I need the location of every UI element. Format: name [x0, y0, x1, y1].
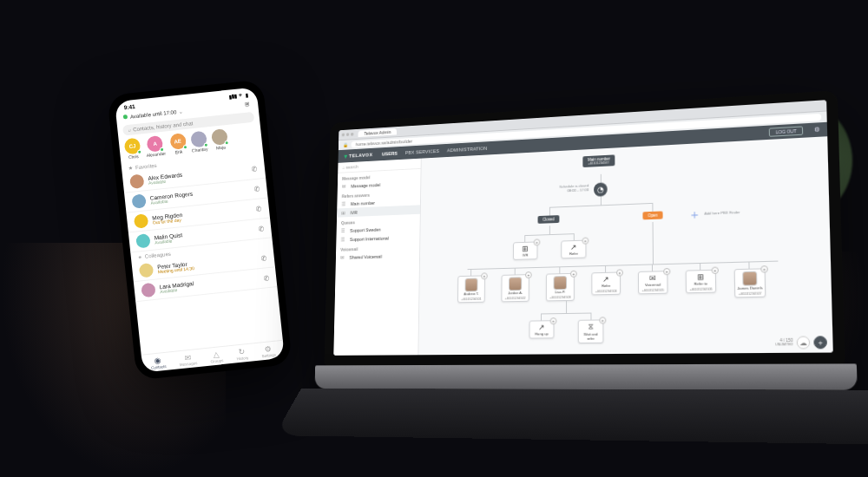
node-number: +46101234503 — [547, 296, 574, 301]
clock-label: 9:41 — [123, 103, 135, 110]
avatar — [211, 128, 228, 146]
presence-label: Available until 17:00 — [130, 109, 177, 120]
schedule-caption: Schedule is closed 08:00 – 17:00 — [529, 183, 589, 194]
node-icon: ↗ — [529, 323, 553, 331]
people-icon: ⚭ — [137, 253, 142, 259]
quick-contact[interactable]: A Alexander — [144, 135, 166, 158]
node-number: +46101234502 — [502, 297, 528, 302]
status-icons: ▮▮▮ᯤ▮ — [227, 91, 249, 99]
tab-history[interactable]: ↻History — [235, 348, 248, 361]
flow-node[interactable]: + ⧖ Wait and refer — [578, 319, 604, 343]
call-icon[interactable]: ✆ — [255, 205, 262, 213]
flow-node[interactable]: + ↗ Hang up — [529, 320, 555, 338]
flow-node[interactable]: + Andrew T. +46101234501 — [457, 275, 485, 303]
flow-node[interactable]: + ✉ Voicemail +46101234505 — [638, 271, 668, 294]
node-add-icon[interactable]: + — [481, 272, 488, 279]
sidebar-item-icon: ☰ — [341, 237, 347, 243]
closed-branch-chip[interactable]: Closed — [538, 215, 560, 224]
shield-icon[interactable]: ⛨ — [245, 101, 252, 108]
node-add-icon[interactable]: + — [525, 271, 532, 278]
laptop-device: Telavox Admin 🔒 home.telavox.se/admin/bu… — [323, 90, 847, 439]
battery-icon: ▮ — [246, 92, 249, 97]
logo-mark-icon: ▾ — [344, 153, 347, 160]
lock-icon: 🔒 — [343, 142, 348, 147]
call-icon[interactable]: ✆ — [258, 225, 265, 233]
tab-groups[interactable]: △Groups — [209, 350, 223, 363]
avatar — [131, 193, 147, 209]
tab-settings[interactable]: ⚙Settings — [260, 345, 276, 359]
node-add-icon[interactable]: + — [582, 238, 589, 245]
sidebar-item-icon: ☰ — [341, 201, 347, 207]
quick-contact[interactable]: CJ Chris — [124, 138, 141, 160]
sidebar-item[interactable]: ✉ Shared Voicemail — [336, 251, 419, 262]
node-number: +46101234501 — [458, 297, 484, 302]
call-icon[interactable]: ✆ — [260, 254, 267, 263]
add-button[interactable]: ＋ — [813, 336, 827, 349]
cloud-upload-icon[interactable]: ☁ — [797, 336, 811, 349]
node-add-icon[interactable]: + — [534, 238, 541, 245]
sidebar-item-icon: ⊞ — [341, 210, 347, 216]
node-icon: ⧖ — [579, 322, 603, 331]
flow-node[interactable]: + ↗ Refer — [561, 240, 586, 259]
contacts-list: Alex EdwardsAvailable ✆ Cameron RogersAv… — [122, 159, 283, 355]
laptop-screen: Telavox Admin 🔒 home.telavox.se/admin/bu… — [333, 100, 833, 356]
sidebar-item-icon: ✉ — [342, 183, 348, 189]
quick-contact[interactable]: Chantay — [190, 131, 208, 154]
sidebar-item-label: Main number — [351, 200, 375, 206]
flow-node[interactable]: + Jordan A. +46101234502 — [501, 274, 529, 302]
avatar — [129, 173, 145, 189]
nav-admin[interactable]: ADMINISTRATION — [447, 146, 487, 153]
nav-users[interactable]: USERS — [382, 151, 398, 157]
avatar — [139, 263, 155, 278]
presence-dot-icon — [123, 114, 128, 119]
open-branch-chip[interactable]: Open — [642, 211, 662, 219]
sidebar-item-label: Message model — [351, 182, 380, 188]
tab-messages[interactable]: ✉Messages — [179, 353, 198, 367]
avatar-name: Maja — [216, 144, 226, 150]
brand-logo[interactable]: ▾TELAVOX — [344, 151, 372, 160]
phone-device: 9:41 ▮▮▮ᯤ▮ Available until 17:00 ⌄ ⛨ ⌕ C… — [107, 79, 293, 380]
flow-node[interactable]: + ⊞ Refer to +46101234506 — [686, 270, 717, 294]
flow-canvas[interactable]: Main number +46101234567 ◔ Schedule is c… — [418, 136, 833, 355]
avatar — [742, 271, 757, 286]
quick-contact[interactable]: AE Erik — [169, 133, 187, 155]
node-add-icon[interactable]: + — [599, 317, 606, 323]
call-icon[interactable]: ✆ — [253, 185, 260, 193]
logout-button[interactable]: LOG OUT — [769, 126, 803, 136]
root-number-chip[interactable]: Main number +46101234567 — [582, 154, 615, 167]
node-icon: ↗ — [592, 275, 620, 284]
node-add-icon[interactable]: + — [616, 269, 623, 276]
call-icon[interactable]: ✆ — [263, 273, 270, 282]
schedule-clock-icon[interactable]: ◔ — [594, 182, 608, 196]
sidebar-item-label: IVR — [351, 210, 358, 215]
tab-contacts[interactable]: ◉Contacts — [150, 356, 167, 370]
quick-contact[interactable]: Maja — [211, 128, 228, 151]
presence-dot-icon — [137, 150, 141, 154]
flow-node[interactable]: + James Daniels +46101234507 — [734, 268, 766, 297]
avatar — [135, 233, 151, 249]
node-add-icon[interactable]: + — [570, 271, 577, 278]
call-icon[interactable]: ✆ — [252, 165, 259, 173]
node-add-icon[interactable]: + — [760, 265, 768, 273]
node-number: +46101234505 — [639, 289, 667, 294]
add-node-button[interactable]: ＋ — [688, 208, 701, 221]
signal-icon: ▮▮▮ — [229, 94, 238, 100]
avatar-name: Erik — [174, 149, 182, 155]
presence-dot-icon — [225, 140, 229, 145]
window-controls[interactable] — [342, 132, 356, 137]
sidebar-item-label: Shared Voicemail — [349, 253, 382, 259]
flow-node[interactable]: + Lisa P. +46101234503 — [546, 273, 575, 302]
phone-screen: 9:41 ▮▮▮ᯤ▮ Available until 17:00 ⌄ ⛨ ⌕ C… — [115, 87, 285, 372]
chevron-down-icon: ⌄ — [179, 108, 184, 114]
browser-tab[interactable]: Telavox Admin — [358, 128, 398, 137]
node-add-icon[interactable]: + — [712, 267, 719, 274]
gear-icon[interactable]: ⚙ — [814, 126, 820, 134]
avatar: AE — [169, 133, 187, 150]
node-number: +46101234504 — [592, 290, 620, 295]
nav-pbx[interactable]: PBX SERVICES — [405, 148, 439, 155]
avatar — [554, 276, 567, 290]
flow-node[interactable]: + ↗ Refer +46101234504 — [591, 271, 621, 295]
flow-node[interactable]: + ⊞ IVR — [513, 241, 538, 259]
node-add-icon[interactable]: + — [663, 268, 670, 275]
node-add-icon[interactable]: + — [550, 317, 557, 324]
